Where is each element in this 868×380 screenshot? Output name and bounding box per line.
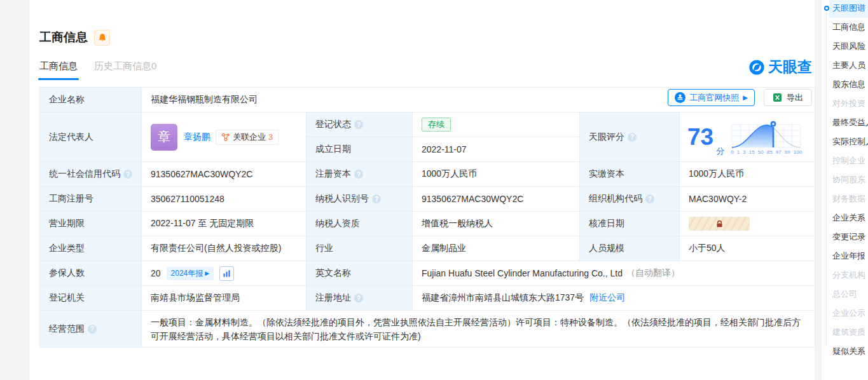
sidebar-item-head-office: 总公司 bbox=[829, 285, 868, 304]
sidebar-item-change-records[interactable]: 变更记录 bbox=[829, 227, 868, 247]
english-name-cell: Fujian Huafu Steel Cylinder Manufacturin… bbox=[413, 261, 815, 286]
taxpayer-quality-value: 增值税一般纳税人 bbox=[413, 212, 580, 236]
bar-chart-icon bbox=[223, 269, 231, 278]
export-label: 导出 bbox=[787, 92, 803, 104]
sidebar-item-annual-reports[interactable]: 企业年报 bbox=[829, 247, 868, 266]
help-icon[interactable]: ? bbox=[123, 170, 132, 179]
org-code-label-cell: 组织机构代码? bbox=[580, 187, 680, 212]
reg-number-value: 350627110051248 bbox=[142, 187, 307, 212]
reg-authority-label: 登记机关 bbox=[40, 286, 142, 311]
sidebar-item-outbound-investment: 对外投资 bbox=[829, 94, 868, 113]
stamp-icon bbox=[675, 92, 685, 103]
reg-status-cell: 存续 bbox=[413, 112, 580, 137]
business-info-table: 企业名称 福建华福钢瓶制造有限公司 法定代表人 章 章扬鹏 关联企业 3 bbox=[39, 87, 815, 348]
sidebar-item-construction-qualification: 建筑资质 bbox=[829, 323, 868, 342]
company-name-label: 企业名称 bbox=[40, 88, 142, 112]
tab-business-info[interactable]: 工商信息 bbox=[39, 60, 78, 76]
org-network-icon bbox=[221, 133, 230, 142]
uscc-value: 91350627MAC30WQY2C bbox=[142, 162, 307, 187]
sidebar-item-beneficial-owner[interactable]: 最终受益人 bbox=[829, 113, 868, 132]
score-distribution-chart: 0131550859799100 bbox=[731, 119, 802, 155]
sidebar-item-co-shareholders: 协同股东 bbox=[829, 170, 868, 189]
taxpayer-quality-label: 纳税人资质 bbox=[307, 212, 413, 236]
staff-size-label: 人员规模 bbox=[580, 236, 680, 261]
address-label: 注册地址 bbox=[315, 292, 351, 304]
anchor-nav-sidebar: 天眼图谱 工商信息 天眼风险 主要人员 股东信息 对外投资 最终受益人 实际控制… bbox=[822, 0, 868, 380]
sidebar-item-suspected-relations[interactable]: 疑似关系 bbox=[829, 342, 868, 361]
help-icon[interactable]: ? bbox=[372, 194, 381, 203]
approval-date-label: 核准日期 bbox=[580, 212, 680, 236]
tab-history-business-info[interactable]: 历史工商信息0 bbox=[94, 60, 156, 76]
insured-trend-chart-button[interactable] bbox=[219, 266, 234, 281]
help-icon[interactable]: ? bbox=[645, 194, 654, 203]
locked-value-placeholder[interactable] bbox=[689, 217, 750, 231]
annual-report-badge[interactable]: 2024年报▶ bbox=[167, 267, 214, 280]
status-badge: 存续 bbox=[422, 118, 451, 132]
tab-bar: 工商信息 历史工商信息0 bbox=[39, 60, 804, 76]
sidebar-item-key-people[interactable]: 主要人员 bbox=[829, 56, 868, 75]
org-code-label: 组织机构代码 bbox=[589, 193, 642, 205]
help-icon[interactable]: ? bbox=[628, 133, 637, 142]
score-unit: 分 bbox=[716, 146, 724, 157]
reg-authority-value: 南靖县市场监督管理局 bbox=[142, 286, 307, 311]
insured-count-cell: 20 2024年报▶ bbox=[142, 261, 307, 286]
nearby-companies-link[interactable]: 附近公司 bbox=[589, 292, 625, 304]
sidebar-item-company-relations[interactable]: 企业关系 bbox=[829, 208, 868, 227]
insured-count-label: 参保人数 bbox=[40, 261, 142, 286]
org-code-value: MAC30WQY-2 bbox=[680, 187, 815, 212]
auto-translate-note: （自动翻译） bbox=[626, 268, 680, 279]
tianyancha-logo-text: 天眼查 bbox=[768, 57, 812, 77]
english-name-value: Fujian Huafu Steel Cylinder Manufacturin… bbox=[422, 268, 623, 278]
address-value: 福建省漳州市南靖县山城镇东大路1737号 bbox=[422, 292, 584, 304]
sidebar-item-business-info[interactable]: 工商信息 bbox=[829, 18, 868, 37]
taxpayer-id-label: 纳税人识别号 bbox=[315, 193, 369, 205]
related-companies-count: 3 bbox=[268, 132, 273, 142]
sidebar-item-actual-controller[interactable]: 实际控制人 bbox=[829, 132, 868, 151]
official-snapshot-button[interactable]: 工商官网快照 ▶ bbox=[668, 89, 755, 106]
lock-icon bbox=[715, 220, 724, 228]
help-icon[interactable]: ? bbox=[354, 120, 363, 129]
sidebar-item-graph[interactable]: 天眼图谱 bbox=[829, 0, 868, 18]
help-icon[interactable]: ? bbox=[354, 170, 363, 179]
uscc-label: 统一社会信用代码 bbox=[49, 168, 120, 180]
help-icon[interactable]: ? bbox=[88, 325, 97, 334]
reg-capital-value: 1000万人民币 bbox=[413, 162, 580, 187]
company-type-value: 有限责任公司(自然人投资或控股) bbox=[142, 236, 307, 261]
page-title: 工商信息 bbox=[39, 29, 88, 46]
business-scope-label: 经营范围 bbox=[49, 323, 85, 335]
legal-rep-avatar[interactable]: 章 bbox=[151, 124, 177, 151]
tianyancha-logo-icon bbox=[748, 59, 765, 76]
related-companies-badge[interactable]: 关联企业 3 bbox=[216, 130, 279, 145]
insured-count-value: 20 bbox=[151, 268, 161, 278]
subscribe-bell-button[interactable] bbox=[94, 30, 110, 46]
established-label: 成立日期 bbox=[307, 137, 413, 162]
taxpayer-id-label-cell: 纳税人识别号? bbox=[307, 187, 413, 212]
sidebar-item-financial-data: 财务数据 bbox=[829, 189, 868, 208]
export-button[interactable]: 导出 bbox=[764, 89, 812, 106]
paid-capital-label: 实缴资本 bbox=[580, 162, 680, 187]
legal-rep-cell: 章 章扬鹏 关联企业 3 bbox=[142, 112, 307, 162]
reg-capital-label-cell: 注册资本? bbox=[307, 162, 413, 187]
related-companies-label: 关联企业 bbox=[233, 132, 266, 143]
sidebar-item-branches: 分支机构 bbox=[829, 266, 868, 285]
established-value: 2022-11-07 bbox=[413, 137, 580, 162]
sidebar-item-risk[interactable]: 天眼风险 bbox=[829, 37, 868, 56]
english-name-label: 英文名称 bbox=[307, 261, 413, 286]
business-info-panel: 工商信息 天眼查 工商官网快照 ▶ bbox=[29, 0, 815, 380]
score-cell[interactable]: 73 分 bbox=[680, 112, 815, 162]
annual-report-label: 2024年报 bbox=[171, 268, 203, 279]
industry-value: 金属制品业 bbox=[413, 236, 580, 261]
score-chart-ticks: 0131550859799100 bbox=[731, 149, 802, 155]
approval-date-cell bbox=[680, 212, 815, 236]
score-value: 73 bbox=[687, 125, 713, 149]
uscc-label-cell: 统一社会信用代码? bbox=[40, 162, 142, 187]
score-label: 天眼评分 bbox=[589, 132, 624, 143]
tianyancha-logo: 天眼查 bbox=[748, 57, 812, 77]
industry-label: 行业 bbox=[307, 236, 413, 261]
legal-rep-name-link[interactable]: 章扬鹏 bbox=[184, 132, 210, 143]
business-term-value: 2022-11-07 至 无固定期限 bbox=[142, 212, 307, 236]
sidebar-item-shareholders[interactable]: 股东信息 bbox=[829, 75, 868, 94]
chevron-right-icon: ▶ bbox=[205, 270, 209, 276]
address-cell: 福建省漳州市南靖县山城镇东大路1737号 附近公司 bbox=[413, 286, 815, 311]
help-icon[interactable]: ? bbox=[354, 294, 363, 302]
